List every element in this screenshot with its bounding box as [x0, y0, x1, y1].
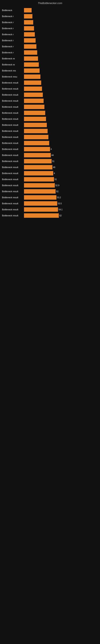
bar-container: 51	[24, 177, 98, 182]
bar-value: 54.1	[59, 208, 62, 211]
bar-container	[24, 62, 98, 67]
bar-value: 44	[51, 154, 53, 156]
bar-container: 53.2	[24, 195, 98, 200]
bar-label: Bottleneck r	[2, 51, 24, 54]
bar-row: Bottleneck result53.2	[2, 194, 98, 200]
bar-row: Bottleneck result	[2, 140, 98, 146]
bar-row: Bottleneck result	[2, 122, 98, 128]
bar	[24, 141, 49, 145]
bar-row: Bottleneck result52.	[2, 188, 98, 194]
bar	[24, 159, 51, 164]
bar-row: Bottleneck result52.9	[2, 182, 98, 188]
bar	[24, 56, 38, 61]
bar-row: Bottleneck result53.5	[2, 201, 98, 206]
bar-container	[24, 98, 98, 103]
bar-row: Bottleneck result	[2, 110, 98, 116]
bar	[24, 153, 51, 158]
bar-label: Bottleneck re	[2, 64, 24, 66]
bar-row: Bottleneck result	[2, 98, 98, 104]
bar	[24, 189, 56, 194]
bar	[24, 171, 53, 176]
bar-container	[24, 129, 98, 133]
bar-row: Bottleneck result44	[2, 152, 98, 158]
bar	[24, 129, 48, 133]
bar	[24, 105, 44, 109]
bar-label: Bottleneck result	[2, 160, 24, 162]
bar-row: Bottleneck result	[2, 128, 98, 134]
bar-container	[24, 80, 98, 85]
bar	[24, 147, 50, 151]
bar-label: Bottleneck result	[2, 100, 24, 102]
bar	[24, 207, 58, 212]
bar-label: Bottleneck r	[2, 15, 24, 18]
bar-container	[24, 86, 98, 91]
bar-label: Bottleneck resu	[2, 76, 24, 78]
bar-row: Bottleneck re	[2, 56, 98, 62]
bar-value: 52.9	[55, 184, 59, 186]
bar-row: Bottleneck resu	[2, 74, 98, 80]
bar	[24, 117, 46, 121]
bar	[24, 213, 59, 218]
bar	[24, 135, 49, 139]
bar-row: Bottleneck result54.1	[2, 207, 98, 212]
bar	[24, 201, 57, 206]
bar-container	[24, 92, 98, 97]
bar-label: Bottleneck result	[2, 112, 24, 114]
bar-value: 51	[54, 178, 57, 180]
bar-label: Bottleneck result	[2, 172, 24, 174]
bar-row: Bottleneck r	[2, 50, 98, 55]
bar-row: Bottleneck result49	[2, 164, 98, 170]
bar-container	[24, 68, 98, 73]
bar-row: Bottleneck result	[2, 116, 98, 122]
bar-container	[24, 8, 98, 12]
bar-container	[24, 141, 98, 145]
bar-value: 53.2	[57, 196, 61, 199]
bar-label: Bottleneck result	[2, 142, 24, 144]
bar-label: Bottleneck result	[2, 214, 24, 217]
bar	[24, 74, 40, 79]
bar-container: 52.	[24, 189, 98, 194]
bar-container: 53.5	[24, 201, 98, 206]
bar	[24, 26, 34, 30]
bar-label: Bottleneck result	[2, 166, 24, 168]
bar-row: Bottleneck res	[2, 68, 98, 74]
bar-container: 44	[24, 153, 98, 158]
bar-row: Bottleneck result	[2, 80, 98, 86]
bar-container: 52	[24, 213, 98, 218]
bar-label: Bottleneck result	[2, 82, 24, 84]
bar	[24, 14, 32, 18]
bar-container	[24, 117, 98, 121]
bar-value: 4	[50, 148, 52, 150]
bar	[24, 38, 36, 43]
bar-container	[24, 74, 98, 79]
bar-row: Bottleneck r	[2, 32, 98, 37]
bar-container	[24, 32, 98, 37]
bar-row: Bottleneck result	[2, 92, 98, 98]
bar-container	[24, 56, 98, 61]
bar	[24, 177, 54, 182]
bar-row: Bottleneck r	[2, 38, 98, 43]
bar-label: Bottleneck r	[2, 21, 24, 24]
bar	[24, 123, 47, 127]
bar-row: Bottleneck result4	[2, 146, 98, 152]
bar-container	[24, 20, 98, 24]
bar	[24, 86, 42, 91]
bar-label: Bottleneck r	[2, 33, 24, 36]
bar-row: Bottleneck r	[2, 26, 98, 31]
chart-area: BottleneckBottleneck rBottleneck rBottle…	[0, 6, 100, 221]
bar-row: Bottleneck result52	[2, 213, 98, 218]
header: TheBottlenecker.com	[0, 0, 100, 6]
bar-label: Bottleneck result	[2, 124, 24, 126]
bar-label: Bottleneck re	[2, 57, 24, 60]
bar-label: Bottleneck result	[2, 184, 24, 186]
bar-container: 4	[24, 147, 98, 151]
bar-row: Bottleneck result	[2, 134, 98, 140]
bar-row: Bottleneck r	[2, 44, 98, 49]
site-title: TheBottlenecker.com	[0, 0, 100, 6]
bar-label: Bottleneck result	[2, 154, 24, 156]
bar-value: 49	[53, 166, 55, 168]
bar-row: Bottleneck re	[2, 62, 98, 68]
bar	[24, 195, 56, 200]
bar-container	[24, 14, 98, 18]
bar	[24, 62, 39, 67]
